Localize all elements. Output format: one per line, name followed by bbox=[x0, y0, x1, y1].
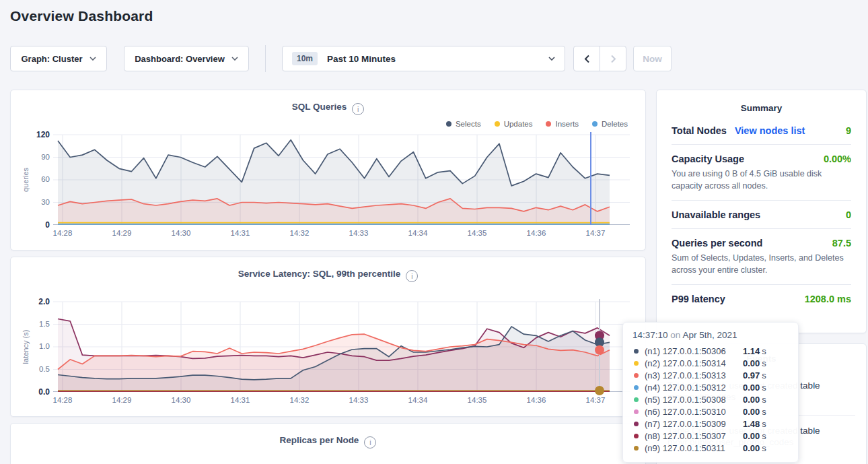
node-latency-unit: s bbox=[762, 358, 766, 368]
x-axis-tick: 14:35 bbox=[462, 229, 492, 237]
x-axis-tick: 14:37 bbox=[581, 396, 610, 404]
summary-rows: Total NodesView nodes list9Capacity Usag… bbox=[672, 125, 851, 304]
dashboard-selector-label: Dashboard: Overview bbox=[135, 54, 225, 64]
node-address-label: (n1) 127.0.0.1:50306 bbox=[645, 346, 743, 356]
legend-item: Updates bbox=[495, 120, 533, 128]
graph-selector-dropdown[interactable]: Graph: Cluster bbox=[10, 46, 107, 71]
legend-dot bbox=[446, 121, 451, 127]
y-axis-tick: 2.0 bbox=[11, 297, 50, 306]
legend-item: Selects bbox=[446, 120, 481, 128]
now-button[interactable]: Now bbox=[633, 46, 672, 71]
summary-row: Capacity Usage0.00% bbox=[672, 154, 851, 164]
x-axis-tick: 14:28 bbox=[48, 396, 77, 404]
node-latency-unit: s bbox=[762, 419, 766, 429]
y-axis-tick: 0.0 bbox=[11, 387, 50, 397]
node-color-dot bbox=[634, 446, 639, 451]
summary-row: Queries per second87.5 bbox=[672, 238, 851, 248]
info-icon[interactable]: i bbox=[352, 103, 364, 115]
legend-dot bbox=[546, 121, 551, 127]
tooltip-node-row: (n1) 127.0.0.1:503061.14s bbox=[632, 345, 789, 357]
node-color-dot bbox=[634, 373, 639, 378]
legend-label: Deletes bbox=[602, 120, 628, 128]
y-axis-tick: 60 bbox=[11, 175, 50, 183]
y-axis-tick: 30 bbox=[11, 198, 50, 206]
chevron-down-icon bbox=[89, 57, 96, 61]
info-icon[interactable]: i bbox=[364, 436, 376, 449]
x-axis-tick: 14:31 bbox=[225, 229, 255, 237]
summary-divider bbox=[672, 200, 851, 201]
chevron-down-icon bbox=[548, 57, 555, 61]
y-axis-tick: 1.0 bbox=[11, 342, 50, 350]
time-window-arrows bbox=[573, 46, 626, 71]
sql-queries-card: SQL Queriesi SelectsUpdatesInsertsDelete… bbox=[10, 90, 646, 251]
sql-queries-plot[interactable] bbox=[53, 135, 630, 225]
x-axis-tick: 14:29 bbox=[107, 229, 137, 237]
chevron-down-icon bbox=[231, 57, 238, 61]
time-range-label: Past 10 Minutes bbox=[327, 54, 396, 64]
info-icon[interactable]: i bbox=[406, 270, 418, 282]
x-axis-tick: 14:34 bbox=[403, 396, 433, 404]
node-address-label: (n2) 127.0.0.1:50314 bbox=[645, 358, 743, 368]
replicas-per-node-chart-title: Replicas per Nodei bbox=[11, 424, 645, 449]
summary-row-label: P99 latency bbox=[672, 294, 725, 304]
summary-panel: Summary Total NodesView nodes list9Capac… bbox=[656, 90, 867, 333]
summary-row-value: 9 bbox=[846, 125, 851, 136]
time-range-badge: 10m bbox=[292, 52, 318, 65]
summary-divider bbox=[672, 228, 851, 229]
sql-queries-chart-title: SQL Queriesi bbox=[11, 90, 645, 115]
toolbar-divider bbox=[265, 45, 266, 72]
tooltip-node-row: (n2) 127.0.0.1:503140.00s bbox=[632, 357, 789, 369]
x-axis-tick: 14:31 bbox=[225, 396, 255, 404]
y-axis-tick: 0.5 bbox=[11, 365, 50, 373]
node-latency-value: 0.00 bbox=[743, 443, 760, 453]
summary-heading: Summary bbox=[672, 103, 851, 113]
sql-queries-legend: SelectsUpdatesInsertsDeletes bbox=[446, 120, 628, 128]
x-axis-tick: 14:33 bbox=[344, 396, 373, 404]
graph-selector-label: Graph: Cluster bbox=[21, 54, 82, 64]
node-latency-unit: s bbox=[762, 431, 766, 441]
tooltip-node-row: (n4) 127.0.0.1:503120.00s bbox=[632, 381, 789, 393]
x-axis-tick: 14:36 bbox=[521, 229, 551, 237]
x-axis-tick: 14:36 bbox=[521, 396, 551, 404]
summary-divider bbox=[672, 284, 851, 285]
node-color-dot bbox=[634, 385, 639, 390]
node-address-label: (n9) 127.0.0.1:50311 bbox=[645, 443, 743, 453]
node-latency-value: 0.00 bbox=[743, 407, 760, 417]
chart-hover-tooltip: 14:37:10 on Apr 5th, 2021 (n1) 127.0.0.1… bbox=[622, 322, 799, 463]
summary-row-value: 0.00% bbox=[824, 154, 851, 164]
node-color-dot bbox=[634, 349, 639, 354]
node-color-dot bbox=[634, 422, 639, 426]
view-nodes-list-link[interactable]: View nodes list bbox=[735, 125, 805, 136]
overview-dashboard-page: Overview Dashboard Graph: Cluster Dashbo… bbox=[0, 0, 868, 464]
tooltip-node-row: (n7) 127.0.0.1:503091.48s bbox=[632, 418, 789, 430]
time-range-dropdown[interactable]: 10m Past 10 Minutes bbox=[282, 46, 565, 71]
next-time-window-button[interactable] bbox=[600, 46, 626, 71]
legend-label: Updates bbox=[504, 120, 533, 128]
tooltip-node-rows: (n1) 127.0.0.1:503061.14s(n2) 127.0.0.1:… bbox=[632, 345, 789, 454]
previous-time-window-button[interactable] bbox=[574, 46, 600, 71]
summary-row-description: You are using 0 B of 4.5 GiB usable disk… bbox=[672, 168, 851, 192]
x-axis-tick: 14:28 bbox=[48, 229, 77, 237]
node-color-dot bbox=[634, 397, 639, 402]
y-axis-tick: 0 bbox=[11, 220, 50, 230]
summary-row-value: 87.5 bbox=[832, 238, 851, 248]
node-latency-unit: s bbox=[762, 370, 766, 380]
legend-label: Inserts bbox=[555, 120, 579, 128]
node-latency-unit: s bbox=[762, 346, 766, 356]
x-axis-tick: 14:29 bbox=[107, 396, 137, 404]
summary-row-description: Sum of Selects, Updates, Inserts, and De… bbox=[672, 252, 851, 276]
dashboard-selector-dropdown[interactable]: Dashboard: Overview bbox=[124, 46, 249, 71]
legend-dot bbox=[592, 121, 598, 127]
legend-item: Inserts bbox=[546, 120, 579, 128]
legend-item: Deletes bbox=[592, 120, 628, 128]
page-title: Overview Dashboard bbox=[10, 8, 153, 24]
node-address-label: (n4) 127.0.0.1:50312 bbox=[645, 383, 743, 393]
service-latency-plot[interactable] bbox=[53, 302, 630, 392]
node-latency-value: 0.97 bbox=[743, 370, 760, 380]
node-latency-value: 0.00 bbox=[743, 358, 760, 368]
x-axis-tick: 14:32 bbox=[285, 229, 314, 237]
node-latency-value: 0.00 bbox=[743, 395, 760, 405]
y-axis-tick: 90 bbox=[11, 153, 50, 161]
summary-row: Total NodesView nodes list9 bbox=[672, 125, 851, 136]
x-axis-tick: 14:30 bbox=[166, 396, 196, 404]
